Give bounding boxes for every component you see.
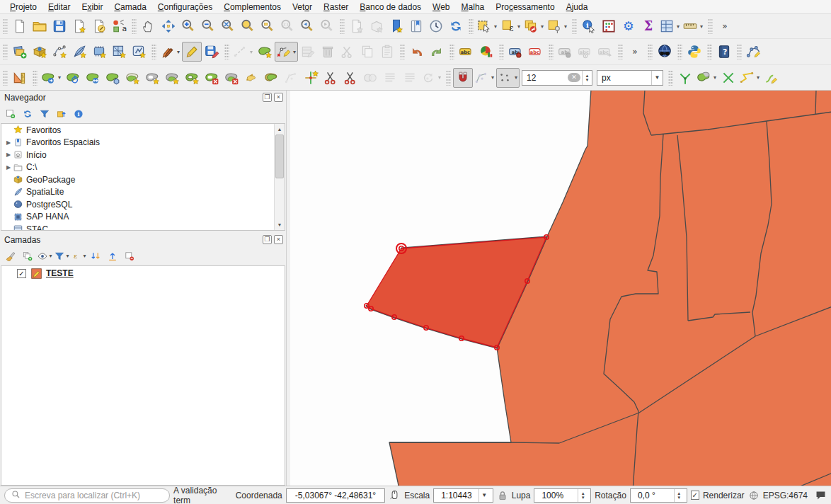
expand-all-button[interactable] bbox=[88, 248, 103, 264]
zoom-out-button[interactable] bbox=[198, 16, 218, 36]
messages-icon[interactable] bbox=[815, 489, 827, 501]
temporal-controller-button[interactable] bbox=[426, 16, 446, 36]
vertex-checker-plugin-button[interactable] bbox=[744, 42, 764, 62]
dropdown-arrow-icon[interactable]: ▾ bbox=[516, 23, 522, 30]
chevron-down-icon[interactable]: ▼ bbox=[651, 71, 663, 85]
statistics-button[interactable] bbox=[599, 16, 619, 36]
menu-web[interactable]: Web bbox=[427, 1, 455, 13]
new-geopackage-button[interactable] bbox=[30, 42, 50, 62]
select-features-button[interactable]: ▾ bbox=[476, 16, 499, 36]
delete-part-button[interactable] bbox=[222, 68, 241, 88]
menu-vetor[interactable]: Vetor bbox=[287, 1, 318, 13]
layer-visibility-checkbox[interactable]: ✓ bbox=[17, 269, 26, 278]
enable-snapping-button[interactable] bbox=[453, 68, 473, 88]
filter-browser-button[interactable] bbox=[37, 106, 52, 122]
layer-labeling-button[interactable]: abc bbox=[457, 42, 476, 62]
save-project-button[interactable] bbox=[50, 16, 69, 36]
mouse-extent-icon[interactable] bbox=[389, 489, 401, 501]
snapping-mode-button[interactable]: ▾ bbox=[473, 68, 496, 88]
chevron-down-icon[interactable]: ▼ bbox=[478, 489, 490, 502]
cad-tools-button[interactable] bbox=[10, 68, 30, 88]
expand-arrow-icon[interactable]: ▶ bbox=[4, 139, 13, 146]
dropdown-arrow-icon[interactable]: ▾ bbox=[539, 23, 545, 30]
refresh-browser-button[interactable] bbox=[20, 106, 35, 122]
measure-button[interactable]: ▾ bbox=[682, 16, 705, 36]
toolbar-grip[interactable] bbox=[400, 44, 405, 59]
menu-malha[interactable]: Malha bbox=[456, 1, 491, 13]
highlight-labels-button[interactable]: abc bbox=[526, 42, 546, 62]
split-cross-button[interactable] bbox=[301, 68, 321, 88]
dropdown-arrow-icon[interactable]: ▾ bbox=[712, 74, 718, 81]
avoid-overlap-button[interactable] bbox=[718, 68, 738, 88]
dropdown-arrow-icon[interactable]: ▾ bbox=[57, 74, 62, 81]
refresh-map-button[interactable] bbox=[446, 16, 466, 36]
browser-close-button[interactable]: × bbox=[274, 93, 283, 102]
toolbar-grip[interactable] bbox=[737, 44, 742, 59]
open-layer-styling-button[interactable] bbox=[3, 248, 18, 264]
dropdown-arrow-icon[interactable]: ▾ bbox=[490, 74, 495, 81]
browser-item-stac[interactable]: STAC bbox=[1, 223, 285, 231]
dropdown-arrow-icon[interactable]: ▾ bbox=[755, 74, 761, 81]
toolbar-grip[interactable] bbox=[707, 44, 712, 59]
snap-on-intersection-button[interactable]: ▾ bbox=[695, 68, 718, 88]
statistical-summary-button[interactable]: Σ bbox=[638, 16, 658, 36]
magnifier-spinbox[interactable]: 100% ▲▼ bbox=[534, 488, 591, 503]
reshape-features-button[interactable] bbox=[261, 68, 281, 88]
menu-complementos[interactable]: Complementos bbox=[218, 1, 287, 13]
toolbar-grip[interactable] bbox=[33, 70, 38, 86]
layer-name[interactable]: TESTE bbox=[46, 268, 74, 278]
scroll-down-icon[interactable]: ▼ bbox=[275, 219, 285, 230]
new-print-layout-button[interactable] bbox=[89, 16, 109, 36]
menu-camada[interactable]: Camada bbox=[108, 1, 151, 13]
new-spatialite-button[interactable] bbox=[69, 42, 89, 62]
redo-button[interactable] bbox=[427, 42, 447, 62]
browser-scrollbar[interactable]: ▲ ▼ bbox=[274, 124, 285, 230]
menu-editar[interactable]: Editar bbox=[42, 1, 76, 13]
collapse-all-layers-button[interactable] bbox=[105, 248, 120, 264]
toolbar-grip[interactable] bbox=[132, 18, 137, 34]
zoom-in-button[interactable] bbox=[178, 16, 198, 36]
layers-float-button[interactable]: ❐ bbox=[263, 235, 272, 244]
current-edits-button[interactable]: ▾ bbox=[159, 42, 182, 62]
pin-labels-button[interactable]: ab bbox=[506, 42, 526, 62]
add-part-button[interactable] bbox=[162, 68, 182, 88]
toolbar-grip[interactable] bbox=[340, 18, 345, 34]
stepper-icons[interactable]: ▲▼ bbox=[582, 71, 592, 85]
save-layer-edits-button[interactable] bbox=[202, 42, 222, 62]
identify-features-button[interactable]: i bbox=[579, 16, 599, 36]
delete-ring-button[interactable] bbox=[202, 68, 222, 88]
snapping-units-combobox[interactable]: px▼ bbox=[597, 70, 663, 86]
browser-item-favoritos[interactable]: Favoritos bbox=[1, 124, 285, 137]
toolbar-grip[interactable] bbox=[3, 18, 8, 34]
menu-processamento[interactable]: Processamento bbox=[490, 1, 560, 13]
toolbar-grip[interactable] bbox=[499, 44, 504, 59]
menu-configurações[interactable]: Configurações bbox=[152, 1, 218, 13]
toolbar-grip[interactable] bbox=[677, 44, 682, 59]
select-by-expression-button[interactable]: ε▾ bbox=[499, 16, 522, 36]
scale-combobox[interactable]: 1:10443 ▼ bbox=[433, 488, 493, 503]
zoom-last-button[interactable] bbox=[297, 16, 317, 36]
dropdown-arrow-icon[interactable]: ▾ bbox=[699, 23, 704, 30]
dropdown-arrow-icon[interactable]: ▾ bbox=[292, 49, 297, 55]
zoom-to-layer-button[interactable] bbox=[258, 16, 277, 36]
split-features-button[interactable] bbox=[321, 68, 340, 88]
show-bookmarks-button[interactable] bbox=[406, 16, 426, 36]
help-button[interactable]: ? bbox=[714, 42, 734, 62]
new-gpx-layer-button[interactable] bbox=[129, 42, 149, 62]
coordinate-value[interactable]: -5,03067° -42,48631° bbox=[286, 488, 385, 503]
metasearch-button[interactable] bbox=[655, 42, 675, 62]
split-parts-button[interactable] bbox=[340, 68, 360, 88]
digitize-with-curve-button[interactable] bbox=[762, 68, 781, 88]
offset-curve-button[interactable] bbox=[241, 68, 261, 88]
dropdown-arrow-icon[interactable]: ▾ bbox=[563, 23, 568, 30]
filter-legend-button[interactable]: ▾ bbox=[54, 248, 69, 264]
topological-editing-button[interactable] bbox=[675, 68, 695, 88]
expand-arrow-icon[interactable]: ▶ bbox=[4, 151, 13, 158]
enable-tracing-button[interactable]: ▾ bbox=[738, 68, 762, 88]
filter-by-expression-button[interactable]: ε▾ bbox=[71, 248, 86, 264]
vertex-tool-button[interactable]: ▾ bbox=[275, 42, 298, 62]
toolbar-grip[interactable] bbox=[446, 70, 451, 86]
menu-raster[interactable]: Raster bbox=[318, 1, 354, 13]
browser-item-spatialite[interactable]: SpatiaLite bbox=[1, 186, 285, 199]
toolbar-overflow-button[interactable]: » bbox=[715, 16, 735, 36]
